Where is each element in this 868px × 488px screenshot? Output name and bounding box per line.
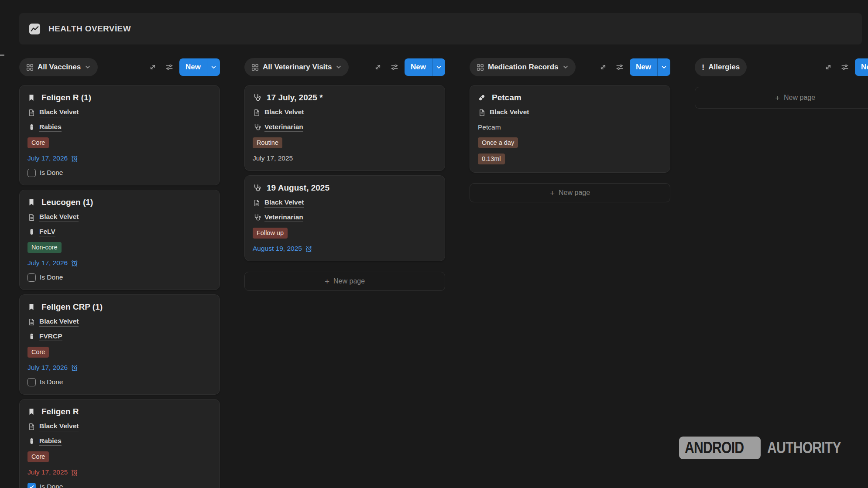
row-icon-holder <box>27 333 35 340</box>
property-row: Core <box>27 137 212 148</box>
grid-icon <box>251 64 259 71</box>
filter-icon <box>391 63 398 71</box>
page-link[interactable]: Veterinarian <box>264 123 303 132</box>
document-icon <box>28 109 35 116</box>
page-link[interactable]: Veterinarian <box>264 213 303 222</box>
filter-button[interactable] <box>838 61 851 74</box>
toolbar: New <box>146 58 220 76</box>
view-chip-medications[interactable]: Medication Records <box>470 58 576 76</box>
row-icon-holder <box>27 228 35 235</box>
card-title: 19 August, 2025 <box>267 183 329 193</box>
toolbar: New <box>597 58 670 76</box>
new-button-label: New <box>630 58 657 76</box>
exclamation-icon: ! <box>702 63 704 72</box>
new-button[interactable]: New <box>855 58 868 76</box>
new-button[interactable]: New <box>630 58 670 76</box>
chevron-down-icon <box>436 65 442 70</box>
page-link[interactable]: Black Velvet <box>264 198 304 208</box>
filter-button[interactable] <box>388 61 401 74</box>
card[interactable]: Feligen R Black Velvet RabiesCoreJuly 17… <box>19 399 220 488</box>
page-link[interactable]: Black Velvet <box>39 317 79 327</box>
view-label: Allergies <box>708 63 740 72</box>
card-title-row: 17 July, 2025 * <box>253 93 437 102</box>
expand-icon <box>374 63 382 71</box>
filter-icon <box>841 63 849 71</box>
page-link[interactable]: Rabies <box>39 437 62 446</box>
page-link[interactable]: FeLV <box>39 228 55 237</box>
property-row: Is Done <box>27 482 212 488</box>
card-title: Feligen CRP (1) <box>41 302 103 312</box>
new-dropdown-button[interactable] <box>657 58 670 76</box>
text-value: Petcam <box>478 123 501 131</box>
card[interactable]: Petcam Black VelvetPetcamOnce a day0.13m… <box>470 85 670 173</box>
page-link[interactable]: Black Velvet <box>39 108 79 117</box>
new-button[interactable]: New <box>405 58 445 76</box>
expand-button[interactable] <box>371 61 384 74</box>
filter-button[interactable] <box>613 61 626 74</box>
chart-icon <box>29 23 41 35</box>
watermark: ANDROID AUTHORITY <box>679 437 855 459</box>
page-header: HEALTH OVERVİEW <box>19 13 862 44</box>
property-row: Once a day <box>478 137 662 148</box>
new-page-label: New page <box>559 189 590 197</box>
expand-button[interactable] <box>597 61 610 74</box>
new-button[interactable]: New <box>179 58 220 76</box>
property-row: August 19, 2025 <box>253 244 437 253</box>
view-chip-vaccines[interactable]: All Vaccines <box>19 58 98 76</box>
page-link[interactable]: Black Velvet <box>490 108 529 117</box>
new-dropdown-button[interactable] <box>432 58 445 76</box>
new-button-label: New <box>179 58 207 76</box>
page-link[interactable]: FVRCP <box>39 332 62 341</box>
expand-icon <box>149 63 157 71</box>
property-row: Black Velvet <box>27 213 212 222</box>
page-link[interactable]: Black Velvet <box>39 422 79 431</box>
expand-button[interactable] <box>146 61 159 74</box>
row-icon-holder <box>27 318 35 326</box>
view-chip-allergies[interactable]: !Allergies <box>695 58 747 76</box>
bookmark-icon <box>27 408 35 416</box>
card-list: Petcam Black VelvetPetcamOnce a day0.13m… <box>470 85 670 173</box>
is-done-checkbox[interactable] <box>27 483 36 488</box>
bookmark-icon <box>27 303 35 311</box>
view-row: Medication Records New <box>470 58 670 76</box>
plus-icon: + <box>325 277 329 286</box>
page-title: HEALTH OVERVİEW <box>48 24 131 34</box>
row-icon-holder <box>253 123 261 131</box>
stethoscope-icon <box>253 214 261 221</box>
card[interactable]: Feligen CRP (1) Black Velvet FVRCPCoreJu… <box>19 294 220 395</box>
card[interactable]: Leucogen (1) Black Velvet FeLVNon-coreJu… <box>19 190 220 290</box>
is-done-checkbox[interactable] <box>27 169 36 177</box>
card[interactable]: Feligen R (1) Black Velvet RabiesCoreJul… <box>19 85 220 185</box>
page-link[interactable]: Rabies <box>39 123 62 132</box>
view-chip-visits[interactable]: All Veterinary Visits <box>244 58 349 76</box>
filter-button[interactable] <box>163 61 176 74</box>
tag: Follow up <box>253 228 288 239</box>
grid-icon <box>26 64 34 71</box>
toolbar: New <box>371 58 445 76</box>
card-title: Feligen R (1) <box>41 93 91 102</box>
new-page-button[interactable]: +New page <box>695 87 868 109</box>
expand-button[interactable] <box>822 61 835 74</box>
page-link[interactable]: Black Velvet <box>39 213 79 222</box>
is-done-checkbox[interactable] <box>27 273 36 282</box>
view-row: !Allergies New <box>695 58 868 76</box>
card[interactable]: 17 July, 2025 * Black Velvet Veterinaria… <box>244 85 445 171</box>
is-done-checkbox[interactable] <box>27 378 36 386</box>
new-page-button[interactable]: +New page <box>244 272 445 291</box>
property-row: FVRCP <box>27 332 212 341</box>
tag: 0.13ml <box>478 154 505 164</box>
chevron-down-icon <box>336 64 342 70</box>
tag: Core <box>27 137 49 148</box>
property-row: Petcam <box>478 123 662 132</box>
row-icon-holder <box>27 214 35 221</box>
property-row: Rabies <box>27 437 212 446</box>
date-value: July 17, 2025 <box>27 468 68 476</box>
page-link[interactable]: Black Velvet <box>264 108 304 117</box>
new-page-button[interactable]: +New page <box>470 183 670 202</box>
property-row: Is Done <box>27 273 212 282</box>
property-row: Black Velvet <box>27 108 212 117</box>
new-page-label: New page <box>784 94 815 102</box>
new-dropdown-button[interactable] <box>207 58 220 76</box>
card[interactable]: 19 August, 2025 Black Velvet Veterinaria… <box>244 175 445 261</box>
date-value: July 17, 2026 <box>27 364 68 372</box>
